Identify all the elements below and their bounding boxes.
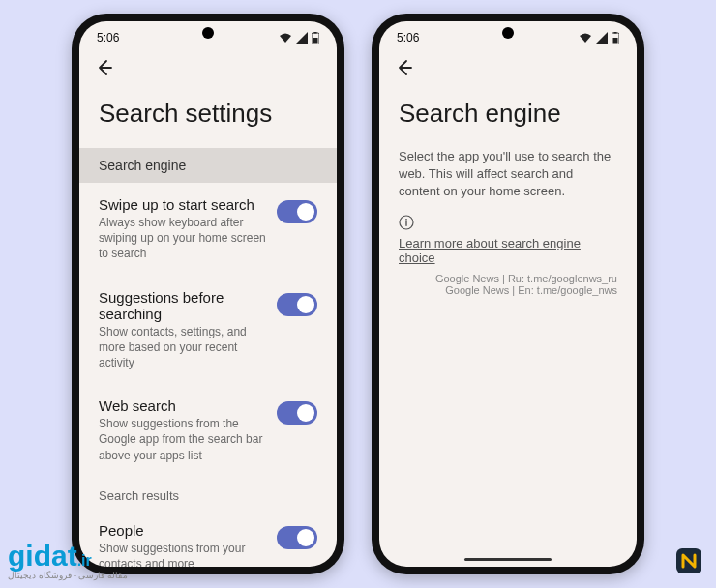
battery-icon [612, 32, 619, 44]
watermark-right [675, 547, 702, 574]
info-row [379, 201, 637, 230]
channel-line: Google News | Ru: t.me/googlenws_ru [399, 273, 617, 284]
channel-line: Google News | En: t.me/google_nws [399, 284, 617, 296]
setting-suggestions-before[interactable]: Suggestions before searching Show contac… [79, 276, 337, 385]
svg-rect-4 [614, 32, 617, 34]
learn-more-link[interactable]: Learn more about search engine choice [379, 230, 637, 265]
svg-rect-8 [405, 220, 406, 225]
setting-title: Swipe up to start search [99, 196, 267, 213]
page-title: Search engine [379, 81, 637, 148]
phone-left: 5:06 Search settings Search engine Swipe… [72, 14, 344, 574]
status-time: 5:06 [97, 31, 119, 44]
setting-desc: Show contacts, settings, and more based … [99, 324, 267, 371]
toggle-suggestions[interactable] [277, 293, 317, 316]
screen-left: 5:06 Search settings Search engine Swipe… [79, 21, 337, 567]
setting-swipe-up-search[interactable]: Swipe up to start search Always show key… [79, 183, 337, 276]
toggle-web-search[interactable] [277, 401, 317, 425]
setting-title: Suggestions before searching [99, 289, 267, 322]
section-search-engine[interactable]: Search engine [79, 148, 337, 183]
setting-title: People [99, 522, 267, 539]
setting-web-search[interactable]: Web search Show suggestions from the Goo… [79, 384, 337, 477]
setting-title: Web search [99, 397, 267, 414]
svg-rect-5 [613, 38, 618, 44]
status-icons [579, 32, 619, 44]
page-description: Select the app you'll use to search the … [379, 148, 637, 201]
watermark-sub: مقاله فارسی - فروشگاه دیجیتال [8, 571, 128, 580]
svg-point-7 [405, 218, 407, 220]
watermark-left: gidat.ir مقاله فارسی - فروشگاه دیجیتال [8, 542, 128, 580]
setting-desc: Show suggestions from the Google app fro… [99, 416, 267, 463]
front-camera-icon [502, 27, 514, 39]
info-icon [399, 215, 414, 230]
svg-rect-2 [313, 38, 318, 44]
arrow-left-icon [95, 58, 114, 77]
toggle-people[interactable] [277, 526, 317, 549]
phone-right: 5:06 Search engine Select the app you'll… [372, 14, 644, 574]
n-badge-icon [675, 547, 702, 574]
wifi-icon [279, 32, 292, 44]
front-camera-icon [202, 27, 214, 39]
toggle-swipe-up[interactable] [277, 200, 317, 223]
watermark-logo: gidat [8, 540, 77, 572]
signal-icon [596, 32, 608, 44]
channel-credits: Google News | Ru: t.me/googlenws_ru Goog… [379, 273, 637, 296]
wifi-icon [579, 32, 592, 44]
svg-rect-1 [314, 32, 317, 34]
page-title: Search settings [79, 81, 337, 148]
battery-icon [312, 32, 319, 44]
setting-desc: Always show keyboard after swiping up on… [99, 215, 267, 262]
status-time: 5:06 [397, 31, 419, 44]
home-indicator[interactable] [464, 558, 552, 561]
back-button[interactable] [379, 50, 637, 81]
arrow-left-icon [395, 58, 414, 77]
signal-icon [296, 32, 308, 44]
screen-right: 5:06 Search engine Select the app you'll… [379, 21, 637, 567]
back-button[interactable] [79, 50, 337, 81]
section-search-results: Search results [79, 477, 337, 509]
status-icons [279, 32, 319, 44]
